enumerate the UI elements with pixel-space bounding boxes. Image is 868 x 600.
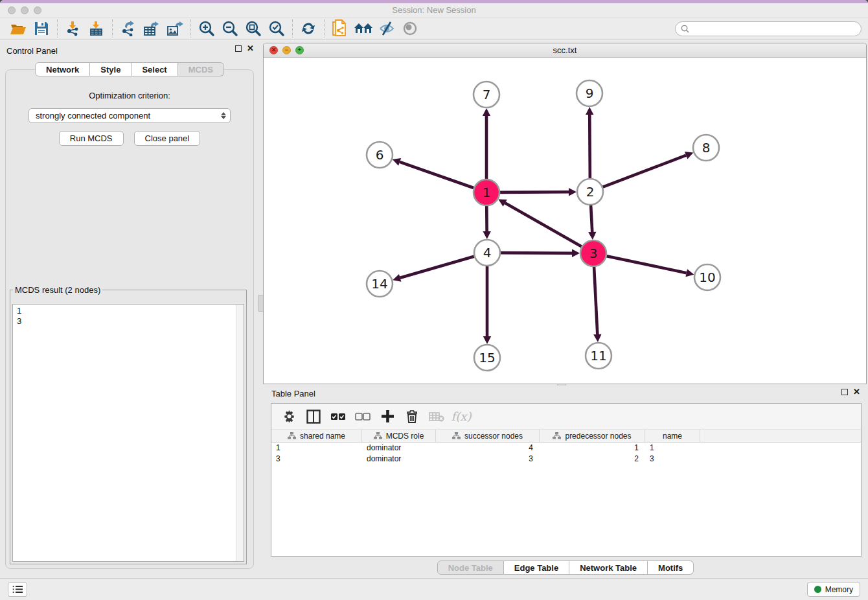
column-label: MCDS role: [386, 432, 424, 441]
tab-network[interactable]: Network: [35, 62, 90, 76]
network-window-titlebar[interactable]: ✕ − + scc.txt: [264, 43, 866, 58]
show-hidden-button[interactable]: [398, 19, 422, 38]
table-cell[interactable]: 3: [271, 454, 362, 465]
node-label-15: 15: [479, 350, 495, 365]
tab-edge-table[interactable]: Edge Table: [504, 560, 569, 575]
export-table-button[interactable]: [140, 19, 163, 38]
zoom-fit-button[interactable]: [242, 19, 265, 38]
tab-node-table[interactable]: Node Table: [437, 560, 504, 575]
tab-select[interactable]: Select: [131, 62, 177, 76]
node-label-2: 2: [586, 184, 595, 200]
table-cell[interactable]: 1: [540, 443, 645, 454]
float-table-panel-icon[interactable]: [841, 389, 848, 395]
close-panel-button[interactable]: Close panel: [134, 131, 201, 146]
eye-slash-icon: [378, 21, 395, 36]
search-field[interactable]: [675, 21, 862, 36]
show-columns-button[interactable]: [303, 406, 325, 427]
result-scrollbar[interactable]: [236, 305, 244, 561]
run-mcds-button[interactable]: Run MCDS: [59, 131, 124, 146]
close-table-panel-icon[interactable]: ✕: [853, 389, 860, 395]
table-cell[interactable]: 3: [645, 454, 700, 465]
edge-2-8[interactable]: [603, 156, 687, 187]
delete-table-icon: [429, 411, 444, 422]
column-header-shared-name[interactable]: shared name: [271, 430, 362, 442]
save-session-button[interactable]: [30, 19, 53, 38]
import-table-button[interactable]: [85, 19, 108, 38]
table-cell[interactable]: dominator: [362, 454, 436, 465]
table-settings-button[interactable]: [278, 406, 300, 427]
zoom-out-icon: [222, 20, 238, 37]
table-cell[interactable]: 1: [645, 443, 700, 454]
apply-layout-button[interactable]: [297, 19, 320, 38]
list-icon: [12, 585, 23, 594]
column-header-predecessor-nodes[interactable]: predecessor nodes: [540, 430, 645, 442]
memory-button[interactable]: Memory: [807, 582, 860, 597]
edge-4-14[interactable]: [400, 257, 474, 278]
function-builder-button[interactable]: f(x): [450, 406, 472, 427]
table-row[interactable]: 1dominator411: [271, 443, 861, 454]
node-label-9: 9: [586, 86, 594, 101]
hide-selected-button[interactable]: [375, 19, 398, 38]
edge-arrowhead: [483, 336, 491, 344]
table-cell[interactable]: 4: [436, 443, 540, 454]
tab-mcds[interactable]: MCDS: [178, 62, 224, 76]
tab-network-table[interactable]: Network Table: [569, 560, 648, 575]
table-cell[interactable]: dominator: [362, 443, 436, 454]
window-title: Session: New Session: [0, 5, 868, 15]
float-panel-icon[interactable]: [235, 45, 242, 52]
delete-table-button[interactable]: [426, 406, 448, 427]
column-header-name[interactable]: name: [645, 430, 700, 442]
first-neighbors-button[interactable]: [352, 19, 375, 38]
mcds-result-list[interactable]: 13: [12, 304, 244, 562]
edge-1-6[interactable]: [400, 162, 474, 188]
node-label-3: 3: [589, 246, 598, 261]
edge-3-1[interactable]: [505, 203, 582, 246]
zoom-in-icon: [198, 20, 215, 37]
edge-3-11[interactable]: [594, 267, 597, 334]
unselect-all-button[interactable]: [352, 406, 374, 427]
table-cell[interactable]: 3: [436, 454, 540, 465]
app-window: Session: New Session: [0, 0, 868, 600]
node-label-6: 6: [376, 147, 384, 163]
optimization-criterion-dropdown[interactable]: strongly connected component: [29, 108, 231, 123]
edge-arrowhead: [586, 107, 593, 115]
clone-network-button[interactable]: [328, 19, 352, 38]
export-image-button[interactable]: [163, 19, 187, 38]
edge-arrowhead: [569, 188, 577, 196]
search-input[interactable]: [692, 24, 856, 33]
zoom-in-button[interactable]: [195, 19, 218, 38]
edge-1-2[interactable]: [500, 192, 569, 192]
import-network-button[interactable]: [62, 19, 85, 38]
search-icon: [681, 25, 689, 33]
edge-2-3[interactable]: [591, 205, 592, 232]
edge-4-3[interactable]: [501, 253, 572, 253]
unchecked-boxes-icon: [355, 413, 371, 421]
export-network-button[interactable]: [117, 19, 140, 38]
control-panel-tabs: NetworkStyleSelectMCDS: [0, 62, 259, 76]
table-cell[interactable]: 2: [540, 454, 645, 465]
zoom-out-button[interactable]: [218, 19, 242, 38]
task-history-button[interactable]: [8, 583, 27, 597]
refresh-icon: [301, 21, 316, 36]
delete-column-button[interactable]: [401, 406, 423, 427]
mcds-panel: Optimization criterion: strongly connect…: [5, 69, 254, 569]
network-canvas[interactable]: 7968124314101511: [264, 58, 866, 384]
status-bar: Memory: [0, 578, 868, 600]
control-panel: Control Panel ✕ NetworkStyleSelectMCDS O…: [0, 41, 259, 578]
table-cell[interactable]: 1: [271, 443, 362, 454]
edge-2-9[interactable]: [589, 115, 590, 178]
edge-3-10[interactable]: [607, 256, 687, 273]
network-graph[interactable]: 7968124314101511: [264, 58, 866, 384]
close-panel-icon[interactable]: ✕: [247, 45, 254, 52]
select-all-button[interactable]: [327, 406, 349, 427]
table-row[interactable]: 3dominator323: [271, 454, 861, 465]
zoom-selected-button[interactable]: [265, 19, 288, 38]
open-session-button[interactable]: [6, 19, 30, 38]
tab-motifs[interactable]: Motifs: [648, 560, 694, 575]
tab-style[interactable]: Style: [90, 62, 131, 76]
column-label: shared name: [300, 432, 345, 441]
column-header-successor-nodes[interactable]: successor nodes: [436, 430, 540, 442]
create-column-button[interactable]: [376, 406, 398, 427]
column-header-MCDS-role[interactable]: MCDS role: [362, 430, 436, 442]
edge-arrowhead: [588, 232, 596, 240]
